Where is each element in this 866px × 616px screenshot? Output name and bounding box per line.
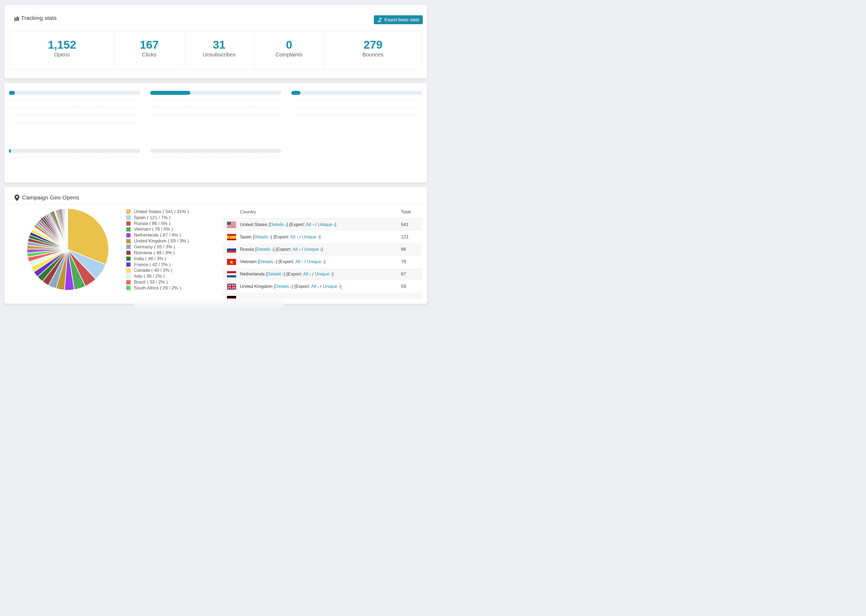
geo-card-header: Campaign Geo Opens bbox=[4, 187, 427, 205]
country-cell: Vietnam [Details ›] [Export: All › / Uni… bbox=[240, 259, 326, 264]
legend-label: Canada ( 40 / 2% ) bbox=[134, 268, 172, 273]
export-all-link[interactable]: All › bbox=[290, 234, 298, 239]
export-icon bbox=[377, 17, 382, 22]
dotted-leader bbox=[11, 157, 138, 158]
tracking-stats-card: Tracking stats Export basic stats 1,152O… bbox=[4, 5, 427, 78]
pie-slice[interactable] bbox=[68, 209, 68, 250]
flag-nl-icon bbox=[227, 271, 236, 277]
rate-row bbox=[9, 124, 140, 132]
legend-label: Netherlands ( 67 / 4% ) bbox=[134, 233, 181, 238]
details-link[interactable]: Details › bbox=[256, 247, 273, 252]
summary-stats-strip: 1,152Opens167Clicks31Unsubscribes0Compla… bbox=[9, 31, 422, 70]
tracking-stats-header: Tracking stats Export basic stats bbox=[4, 5, 427, 30]
legend-label: Brazil ( 33 / 2% ) bbox=[134, 280, 168, 285]
rate-progress-fill bbox=[9, 149, 11, 153]
flag-ru-icon bbox=[227, 247, 236, 253]
export-unique-link[interactable]: Unique › bbox=[323, 284, 340, 289]
legend-item[interactable]: Romania ( 49 / 3% ) bbox=[126, 250, 215, 256]
panel-bounce-rate bbox=[291, 86, 422, 124]
details-link[interactable]: Details › bbox=[267, 272, 284, 277]
export-unique-link[interactable]: Unique › bbox=[318, 222, 335, 227]
dotted-leader bbox=[152, 99, 279, 100]
rate-progress-fill bbox=[291, 91, 301, 95]
legend-color-chip bbox=[126, 250, 131, 255]
country-cell: Russia [Details ›] [Export: All › / Uniq… bbox=[240, 247, 323, 252]
export-all-link[interactable]: All › bbox=[303, 272, 311, 277]
rate-progress-track bbox=[9, 91, 140, 95]
legend-item[interactable]: United Kingdom ( 59 / 3% ) bbox=[126, 238, 215, 244]
legend-color-chip bbox=[126, 215, 131, 220]
stat-value: 279 bbox=[324, 38, 422, 51]
column-country: Country bbox=[240, 209, 256, 215]
geo-opens-table: Country Total United States [Details ›] … bbox=[223, 206, 422, 299]
export-all-link[interactable]: All › bbox=[311, 284, 319, 289]
legend-item[interactable]: Russia ( 86 / 5% ) bbox=[126, 221, 215, 226]
details-link[interactable]: Details › bbox=[254, 234, 271, 239]
stat-value: 1,152 bbox=[10, 38, 114, 51]
stat-unsubscribes: 31Unsubscribes bbox=[184, 32, 254, 69]
export-all-link[interactable]: All › bbox=[295, 259, 303, 264]
export-unique-link[interactable]: Unique › bbox=[302, 234, 319, 239]
legend-item[interactable]: India ( 46 / 3% ) bbox=[126, 256, 215, 262]
legend-item[interactable]: Netherlands ( 67 / 4% ) bbox=[126, 232, 215, 238]
legend-label: Italy ( 36 / 2% ) bbox=[134, 273, 165, 279]
stat-label: Bounces bbox=[324, 52, 422, 58]
dotted-leader bbox=[293, 99, 420, 100]
legend-item[interactable]: Italy ( 36 / 2% ) bbox=[126, 273, 215, 279]
rate-progress-fill bbox=[9, 91, 15, 95]
export-unique-link[interactable]: Unique › bbox=[315, 272, 332, 277]
rate-row bbox=[150, 116, 281, 124]
total-cell: 86 bbox=[401, 247, 406, 252]
panel-opens-rate bbox=[150, 86, 281, 124]
legend-color-chip bbox=[126, 227, 131, 232]
export-all-link[interactable]: All › bbox=[306, 222, 314, 227]
legend-item[interactable]: Canada ( 40 / 2% ) bbox=[126, 267, 215, 273]
legend-item[interactable]: Brazil ( 33 / 2% ) bbox=[126, 279, 215, 285]
stat-complaints: 0Complaints bbox=[254, 32, 324, 69]
details-link[interactable]: Details › bbox=[270, 222, 287, 227]
details-link[interactable]: Details › bbox=[275, 284, 291, 289]
legend-label: Vietnam ( 79 / 5% ) bbox=[134, 226, 173, 232]
export-all-link[interactable]: All › bbox=[293, 247, 301, 252]
legend-label: France ( 42 / 2% ) bbox=[134, 262, 170, 267]
stat-label: Complaints bbox=[254, 52, 324, 58]
column-total: Total bbox=[401, 209, 411, 215]
legend-item[interactable]: United States ( 541 / 31% ) bbox=[126, 209, 215, 215]
stat-label: Clicks bbox=[114, 52, 184, 58]
legend-item[interactable]: France ( 42 / 2% ) bbox=[126, 262, 215, 268]
geo-table-row-ru: Russia [Details ›] [Export: All › / Uniq… bbox=[223, 243, 422, 256]
details-link[interactable]: Details › bbox=[259, 259, 276, 264]
geo-table-header: Country Total bbox=[223, 206, 422, 218]
country-cell: Netherlands [Details ›] [Export: All › /… bbox=[240, 272, 334, 277]
geo-table-row-us: United States [Details ›] [Export: All ›… bbox=[223, 218, 422, 231]
rate-progress-track bbox=[150, 91, 281, 95]
dotted-leader bbox=[11, 99, 138, 100]
map-pin-icon bbox=[14, 194, 20, 201]
dashboard-page: { "accent": {"teal": "#1791ad", "button"… bbox=[0, 0, 433, 308]
dotted-leader bbox=[152, 157, 279, 158]
dotted-leader bbox=[152, 115, 279, 115]
legend-color-chip bbox=[126, 262, 131, 267]
geo-table-row-es: Spain [Details ›] [Export: All › / Uniqu… bbox=[223, 231, 422, 243]
stat-opens: 1,152Opens bbox=[10, 32, 114, 69]
total-cell: 121 bbox=[401, 234, 409, 240]
legend-item[interactable]: Spain ( 121 / 7% ) bbox=[126, 215, 215, 221]
legend-item[interactable]: Vietnam ( 79 / 5% ) bbox=[126, 226, 215, 233]
legend-item[interactable]: South Africa ( 29 / 2% ) bbox=[126, 285, 215, 291]
export-basic-stats-button[interactable]: Export basic stats bbox=[374, 15, 423, 24]
stat-value: 0 bbox=[254, 38, 324, 51]
geo-table-row-vn: Vietnam [Details ›] [Export: All › / Uni… bbox=[223, 256, 422, 268]
flag-de-icon bbox=[227, 296, 236, 299]
legend-item[interactable]: Germany ( 55 / 3% ) bbox=[126, 244, 215, 250]
panel-clicks-rate bbox=[9, 86, 140, 132]
country-cell: Spain [Details ›] [Export: All › / Uniqu… bbox=[240, 234, 321, 240]
total-cell: 67 bbox=[401, 272, 406, 277]
legend-color-chip bbox=[126, 209, 131, 214]
panel-unsubscribe-rate bbox=[9, 144, 140, 167]
stat-label: Unsubscribes bbox=[184, 52, 254, 58]
export-unique-link[interactable]: Unique › bbox=[304, 247, 321, 252]
legend-label: Spain ( 121 / 7% ) bbox=[134, 215, 170, 220]
country-cell: United Kingdom [Details ›] [Export: All … bbox=[240, 284, 341, 289]
legend-color-chip bbox=[126, 244, 131, 250]
export-unique-link[interactable]: Unique › bbox=[307, 259, 324, 264]
